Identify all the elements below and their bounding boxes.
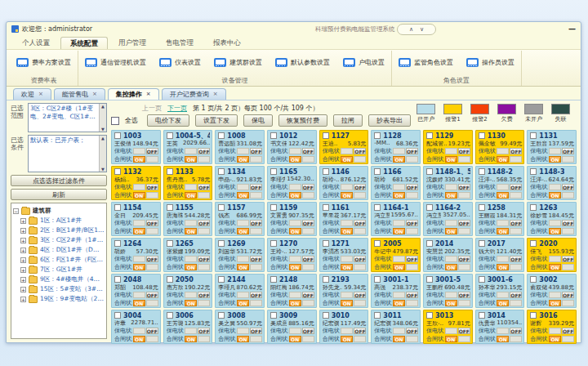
meter-card[interactable]: 3001-1 高强 238.37元 保电状态 OFF 合闸状态 ON bbox=[371, 274, 421, 308]
switch-on-segment[interactable]: ON bbox=[185, 300, 197, 306]
meter-card[interactable]: 1264 胡娇 57.30元 保电状态 OFF 合闸状态 ON bbox=[111, 238, 161, 272]
switch-off-segment[interactable] bbox=[250, 336, 262, 342]
switch-off-segment[interactable] bbox=[562, 156, 574, 163]
supply-on-segment[interactable] bbox=[445, 220, 457, 226]
tree-node-8[interactable]: +19区：9#变电站（2#… bbox=[13, 294, 105, 304]
supply-on-segment[interactable] bbox=[393, 328, 405, 334]
meter-card[interactable]: 1157 钱杰 686.99元 保电状态 OFF 合闸状态 ON bbox=[215, 202, 265, 236]
meter-card[interactable]: 1127 王迪.. 5.83元 保电状态 OFF 合闸状态 ON bbox=[319, 130, 369, 164]
supply-off-segment[interactable]: OFF bbox=[458, 328, 470, 334]
tab-close-icon[interactable]: × bbox=[146, 92, 151, 97]
switch-on-segment[interactable]: ON bbox=[133, 192, 145, 199]
supply-off-segment[interactable]: OFF bbox=[146, 328, 158, 334]
switch-off-segment[interactable] bbox=[562, 228, 574, 234]
supply-on-segment[interactable] bbox=[237, 184, 249, 190]
switch-off-segment[interactable] bbox=[146, 192, 158, 199]
tab-close-icon[interactable]: × bbox=[213, 92, 218, 97]
scroll-up-icon[interactable]: ▲ bbox=[101, 136, 105, 141]
meter-card[interactable]: 1165 李瑾先.. 1542.30.. 保电状态 OFF 合闸状态 ON bbox=[267, 166, 317, 200]
supply-on-segment[interactable] bbox=[497, 184, 509, 190]
supply-off-segment[interactable]: OFF bbox=[302, 292, 314, 298]
switch-off-segment[interactable] bbox=[302, 336, 314, 342]
supply-off-segment[interactable]: OFF bbox=[510, 148, 522, 154]
switch-on-segment[interactable]: ON bbox=[393, 264, 405, 270]
supply-on-segment[interactable] bbox=[497, 256, 509, 262]
card-checkbox[interactable] bbox=[323, 168, 329, 175]
meter-card[interactable]: 1148-3 汪洋-.. 624.64元 保电状态 OFF 合闸状态 ON bbox=[527, 166, 577, 200]
card-checkbox[interactable] bbox=[167, 312, 173, 319]
switch-on-segment[interactable]: ON bbox=[341, 156, 353, 163]
meter-card[interactable]: 1271 李清杰 533.03元 保电状态 OFF 合闸状态 ON bbox=[319, 238, 369, 272]
meter-card[interactable]: 2144 李瑾凡 870.62元 保电状态 OFF 合闸状态 ON bbox=[215, 274, 265, 308]
supply-on-segment[interactable] bbox=[133, 328, 145, 334]
card-checkbox[interactable] bbox=[530, 168, 537, 175]
supply-off-segment[interactable]: OFF bbox=[250, 148, 262, 154]
card-checkbox[interactable] bbox=[426, 204, 433, 211]
switch-off-segment[interactable] bbox=[562, 300, 574, 306]
switch-on-segment[interactable]: ON bbox=[549, 192, 561, 199]
collapse-up-icon[interactable]: ∧ bbox=[409, 26, 413, 33]
minimize-button[interactable]: — bbox=[568, 25, 576, 33]
supply-off-segment[interactable]: OFF bbox=[562, 256, 574, 262]
card-checkbox[interactable] bbox=[374, 240, 381, 247]
meter-card[interactable]: 2050 惠方欣 190.22元 保电状态 OFF 合闸状态 ON bbox=[163, 274, 213, 308]
supply-off-segment[interactable]: OFF bbox=[406, 148, 418, 154]
meter-card[interactable]: 3008 吴之翼 550.97元 保电状态 OFF 合闸状态 ON bbox=[215, 310, 265, 344]
menu-item-2[interactable]: 用户管理 bbox=[109, 37, 155, 49]
expand-icon[interactable]: + bbox=[20, 267, 26, 273]
switch-on-segment[interactable]: ON bbox=[341, 192, 353, 199]
meter-card[interactable]: 1148-1、522 沈媛婷 330.41元 保电状态 OFF 合闸状态 ON bbox=[423, 166, 473, 200]
supply-off-segment[interactable]: OFF bbox=[510, 328, 522, 334]
card-checkbox[interactable] bbox=[270, 240, 277, 247]
menu-item-3[interactable]: 售电管理 bbox=[157, 37, 203, 49]
selected-scope-listbox[interactable]: 3区：C区2#楼（1#变电、2#变电、C区1#… ▲▼ bbox=[28, 103, 107, 132]
supply-off-segment[interactable]: OFF bbox=[198, 184, 210, 190]
card-checkbox[interactable] bbox=[530, 276, 537, 283]
supply-on-segment[interactable] bbox=[289, 148, 301, 154]
card-checkbox[interactable] bbox=[323, 240, 329, 247]
meter-card[interactable]: 1166 胡玲 681.52元 保电状态 OFF 合闸状态 ON bbox=[371, 166, 421, 200]
supply-on-segment[interactable] bbox=[445, 184, 457, 190]
meter-card[interactable]: 2017 钱大钧 121.40元 保电状态 OFF 合闸状态 ON bbox=[475, 238, 525, 272]
supply-on-segment[interactable] bbox=[549, 328, 561, 334]
scrollbar[interactable]: ▲▼ bbox=[99, 104, 106, 132]
meter-card[interactable]: 1004-5、4B一 王英 2029.66.. 保电状态 OFF 合闸状态 ON bbox=[163, 130, 213, 164]
switch-on-segment[interactable]: ON bbox=[185, 264, 197, 270]
switch-on-segment[interactable]: ON bbox=[133, 300, 145, 306]
supply-on-segment[interactable] bbox=[445, 256, 457, 262]
card-checkbox[interactable] bbox=[218, 204, 225, 211]
meter-card[interactable]: 3001-5 王鹏程 690.48元 保电状态 OFF 合闸状态 ON bbox=[423, 274, 473, 308]
supply-on-segment[interactable] bbox=[341, 184, 353, 190]
switch-on-segment[interactable]: ON bbox=[549, 156, 561, 163]
switch-off-segment[interactable] bbox=[198, 228, 210, 234]
expand-icon[interactable]: + bbox=[20, 228, 26, 234]
ribbon-button-0-0[interactable]: 费率方案设置 bbox=[16, 58, 71, 67]
switch-on-segment[interactable]: ON bbox=[549, 228, 561, 234]
supply-off-segment[interactable]: OFF bbox=[458, 220, 470, 226]
meter-card[interactable]: 3010 纪宏骥.. 117.49元 保电状态 OFF 合闸状态 ON bbox=[319, 310, 369, 344]
switch-off-segment[interactable] bbox=[198, 156, 210, 163]
supply-off-segment[interactable]: OFF bbox=[250, 292, 262, 298]
tree-node-3[interactable]: +4区：D区1#井（D区1… bbox=[13, 245, 105, 255]
meter-card[interactable]: 2193 孙先龙.. 59.34元 保电状态 OFF 合闸状态 ON bbox=[319, 274, 369, 308]
card-checkbox[interactable] bbox=[218, 168, 225, 175]
switch-off-segment[interactable] bbox=[510, 192, 522, 199]
titlebar-widget[interactable]: ∧ ∨ bbox=[397, 24, 436, 35]
card-checkbox[interactable] bbox=[114, 168, 121, 175]
switch-off-segment[interactable] bbox=[562, 192, 574, 199]
switch-off-segment[interactable] bbox=[406, 336, 418, 342]
meter-card[interactable]: 1263 徐妙雪.. 184.45元 保电状态 OFF 合闸状态 ON bbox=[527, 202, 577, 236]
pick-filter-button[interactable]: 点选选择过滤条件 bbox=[11, 175, 107, 186]
supply-on-segment[interactable] bbox=[237, 220, 249, 226]
supply-on-segment[interactable] bbox=[549, 256, 561, 262]
supply-on-segment[interactable] bbox=[289, 184, 301, 190]
supply-on-segment[interactable] bbox=[549, 184, 561, 190]
tool-button-1[interactable]: 设置下发 bbox=[195, 114, 238, 127]
tool-button-5[interactable]: 抄表导出 bbox=[368, 114, 411, 127]
card-checkbox[interactable] bbox=[479, 276, 485, 283]
card-checkbox[interactable] bbox=[426, 276, 433, 283]
supply-off-segment[interactable]: OFF bbox=[458, 292, 470, 298]
card-checkbox[interactable] bbox=[270, 312, 277, 319]
meter-card[interactable]: 1269 刘国华 531.72元 保电状态 OFF 合闸状态 ON bbox=[215, 238, 265, 272]
switch-off-segment[interactable] bbox=[354, 156, 366, 163]
